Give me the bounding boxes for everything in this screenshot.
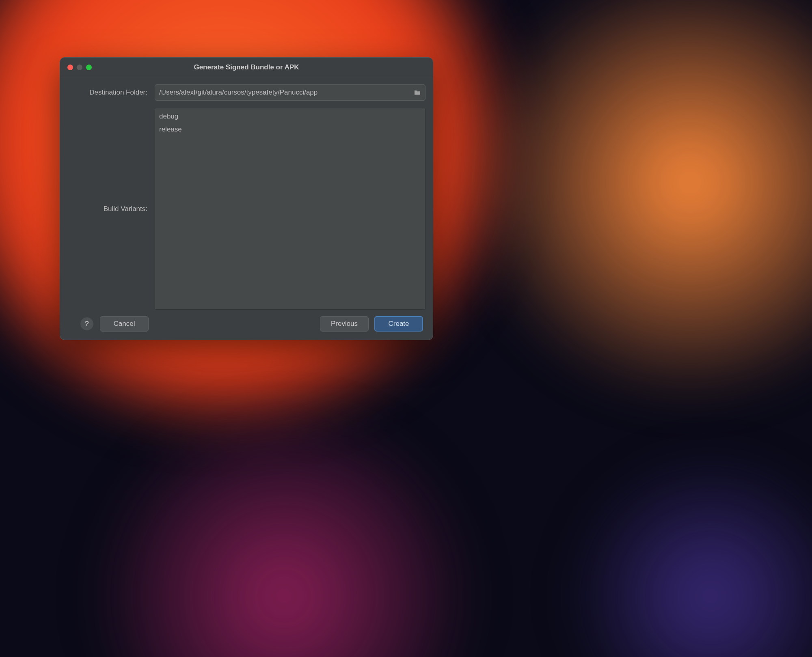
cancel-button[interactable]: Cancel [100, 316, 149, 332]
list-item[interactable]: debug [158, 110, 423, 123]
list-item[interactable]: release [158, 123, 423, 136]
help-button[interactable]: ? [80, 317, 93, 330]
zoom-icon[interactable] [86, 65, 92, 70]
create-button[interactable]: Create [374, 316, 423, 332]
titlebar: Generate Signed Bundle or APK [60, 58, 433, 77]
destination-row: Destination Folder: /Users/alexf/git/alu… [67, 84, 425, 101]
window-title: Generate Signed Bundle or APK [60, 63, 433, 71]
build-variants-list[interactable]: debug release [155, 108, 425, 310]
dialog-window: Generate Signed Bundle or APK Destinatio… [60, 57, 433, 340]
folder-icon[interactable] [414, 90, 421, 95]
close-icon[interactable] [67, 65, 73, 70]
minimize-icon [77, 65, 82, 70]
destination-folder-field[interactable]: /Users/alexf/git/alura/cursos/typesafety… [155, 84, 425, 101]
dialog-footer: ? Cancel Previous Create [60, 315, 433, 340]
variants-row: Build Variants: debug release [67, 108, 425, 310]
variants-label: Build Variants: [67, 108, 155, 310]
destination-folder-value: /Users/alexf/git/alura/cursos/typesafety… [159, 88, 410, 97]
window-controls [60, 65, 92, 70]
previous-button[interactable]: Previous [320, 316, 369, 332]
dialog-content: Destination Folder: /Users/alexf/git/alu… [60, 77, 433, 315]
destination-label: Destination Folder: [67, 88, 155, 97]
